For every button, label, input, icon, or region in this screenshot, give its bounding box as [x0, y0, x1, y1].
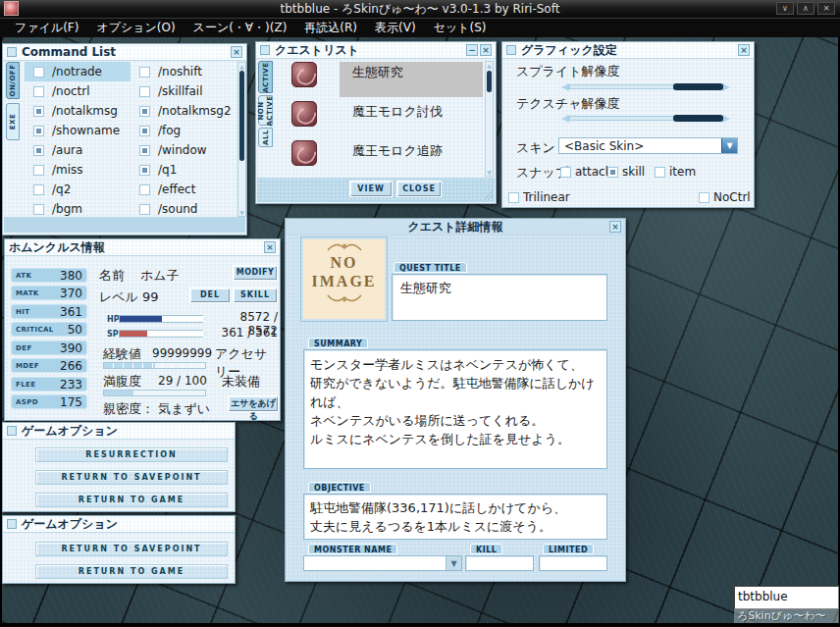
scroll-thumb[interactable]	[487, 71, 492, 92]
slider-right-arrow-icon[interactable]	[722, 115, 730, 123]
checkbox[interactable]	[139, 67, 150, 78]
checkbox[interactable]	[33, 204, 44, 215]
checkbox[interactable]	[655, 167, 665, 178]
tab-non-active[interactable]: NON ACTIVE	[258, 95, 273, 126]
checkbox[interactable]	[699, 192, 709, 203]
return-to-game-button[interactable]: RETURN TO GAME	[35, 564, 228, 579]
kill-field[interactable]	[465, 555, 534, 571]
noctrl-option[interactable]: NoCtrl	[699, 190, 751, 204]
return-to-savepoint-button[interactable]: RETURN TO SAVEPOINT	[35, 542, 228, 556]
trilinear-option[interactable]: Trilinear	[508, 190, 570, 204]
slider-left-arrow-icon[interactable]	[561, 83, 569, 91]
skill-button[interactable]: SKILL	[234, 288, 277, 302]
skin-dropdown[interactable]: <Basic Skin> ▼	[558, 137, 738, 154]
quest-detail-titlebar[interactable]: クエスト詳細情報 ×	[286, 219, 625, 235]
snap-item-option[interactable]: item	[655, 165, 696, 179]
close-button[interactable]: ✕	[817, 2, 835, 15]
sprite-resolution-slider[interactable]	[561, 82, 730, 92]
scroll-down-icon[interactable]: ▼	[486, 169, 493, 176]
graphics-titlebar[interactable]: グラフィック設定 ×	[502, 42, 754, 59]
menu-option[interactable]: オプション(O)	[87, 20, 184, 36]
scroll-thumb[interactable]	[239, 71, 244, 161]
chevron-down-icon[interactable]: ▼	[721, 138, 737, 153]
checkbox[interactable]	[607, 167, 618, 178]
quest-list-item[interactable]: 魔王モロク追跡	[352, 142, 443, 160]
slider-thumb[interactable]	[673, 115, 724, 122]
command-item[interactable]: /miss	[25, 160, 131, 180]
command-item[interactable]: /effect	[131, 180, 235, 199]
menu-file[interactable]: ファイル(F)	[6, 20, 87, 36]
close-icon[interactable]: ×	[264, 241, 276, 253]
del-button[interactable]: DEL	[190, 288, 230, 302]
chevron-down-icon[interactable]: ▼	[446, 556, 461, 570]
menu-soon[interactable]: スーン(・∀・)(Z)	[184, 20, 296, 36]
limited-field[interactable]	[539, 555, 607, 571]
checkbox[interactable]	[139, 126, 150, 136]
resize-grip[interactable]	[483, 190, 493, 200]
tab-active[interactable]: ACTIVE	[258, 61, 273, 93]
command-item[interactable]: /sound	[131, 199, 235, 219]
taskbar-app-button[interactable]: ろSkinびゅ〜わ〜	[734, 609, 839, 623]
quest-list-titlebar[interactable]: クエストリスト − ×	[256, 42, 496, 59]
monster-name-dropdown[interactable]: ▼	[303, 555, 462, 571]
checkbox[interactable]	[33, 126, 44, 136]
close-quest-button[interactable]: CLOSE	[397, 182, 441, 196]
menu-reload[interactable]: 再読込(R)	[295, 20, 366, 36]
checkbox[interactable]	[139, 145, 150, 156]
slider-left-arrow-icon[interactable]	[561, 115, 569, 123]
close-icon[interactable]: ×	[609, 221, 621, 233]
quest-list-scrollbar[interactable]: ▲ ▼	[485, 61, 494, 177]
command-item[interactable]: /noctrl	[25, 81, 131, 101]
checkbox[interactable]	[139, 165, 150, 176]
modify-button[interactable]: MODIFY	[234, 266, 277, 280]
command-item[interactable]: /notrade	[25, 62, 131, 81]
menu-view[interactable]: 表示(V)	[366, 20, 425, 36]
return-to-savepoint-button[interactable]: RETURN TO SAVEPOINT	[35, 470, 228, 485]
tab-onoff[interactable]: ON/OFF	[6, 62, 20, 99]
game-options-titlebar[interactable]: ゲームオプション	[3, 516, 235, 533]
checkbox[interactable]	[508, 192, 519, 203]
checkbox[interactable]	[33, 106, 44, 117]
app-titlebar[interactable]: tbtbblue - ろSkinびゅ〜わ〜 v3.0-1.3 by Riri-S…	[0, 0, 840, 18]
command-item[interactable]: /bgm	[25, 199, 131, 219]
scroll-up-icon[interactable]: ▲	[238, 63, 245, 70]
menu-set[interactable]: セット(S)	[425, 20, 496, 36]
checkbox[interactable]	[139, 106, 150, 117]
scroll-down-icon[interactable]: ▼	[238, 209, 245, 216]
checkbox[interactable]	[139, 86, 150, 97]
checkbox[interactable]	[33, 67, 44, 78]
close-icon[interactable]: ×	[738, 44, 750, 56]
checkbox[interactable]	[33, 145, 44, 156]
command-item[interactable]: /fog	[131, 121, 235, 140]
checkbox[interactable]	[139, 184, 150, 195]
command-list-scrollbar[interactable]: ▲ ▼	[237, 62, 246, 217]
snap-attack-option[interactable]: attack	[560, 165, 612, 179]
scroll-up-icon[interactable]: ▲	[486, 62, 493, 69]
texture-resolution-slider[interactable]	[561, 114, 730, 124]
slider-right-arrow-icon[interactable]	[722, 83, 730, 91]
maximize-button[interactable]: ∧	[797, 2, 814, 15]
game-options-titlebar[interactable]: ゲームオプション	[3, 423, 235, 440]
close-icon[interactable]: ×	[231, 46, 242, 58]
command-item[interactable]: /q1	[131, 160, 235, 180]
feed-button[interactable]: エサをあげる	[229, 396, 278, 411]
checkbox[interactable]	[33, 165, 44, 176]
checkbox[interactable]	[139, 204, 150, 215]
command-item[interactable]: /q2	[25, 180, 131, 199]
checkbox[interactable]	[560, 167, 571, 178]
command-item[interactable]: /aura	[25, 140, 131, 160]
command-item[interactable]: /skillfail	[131, 81, 235, 101]
quest-icon[interactable]	[291, 62, 317, 87]
command-list-titlebar[interactable]: Command List ×	[3, 44, 246, 61]
homunculus-titlebar[interactable]: ホムンクルス情報 ×	[5, 239, 280, 256]
tab-all[interactable]: ALL	[258, 128, 273, 147]
command-item[interactable]: /showname	[25, 121, 131, 140]
return-to-game-button[interactable]: RETURN TO GAME	[35, 493, 228, 507]
command-item[interactable]: /notalkmsg	[25, 101, 131, 121]
view-button[interactable]: VIEW	[350, 182, 392, 196]
quest-list-item[interactable]: 魔王モロク討伐	[352, 103, 443, 121]
quest-icon[interactable]	[291, 140, 317, 166]
snap-skill-option[interactable]: skill	[607, 165, 645, 179]
minimize-icon[interactable]: −	[466, 44, 478, 56]
tab-exe[interactable]: EXE	[6, 103, 20, 140]
